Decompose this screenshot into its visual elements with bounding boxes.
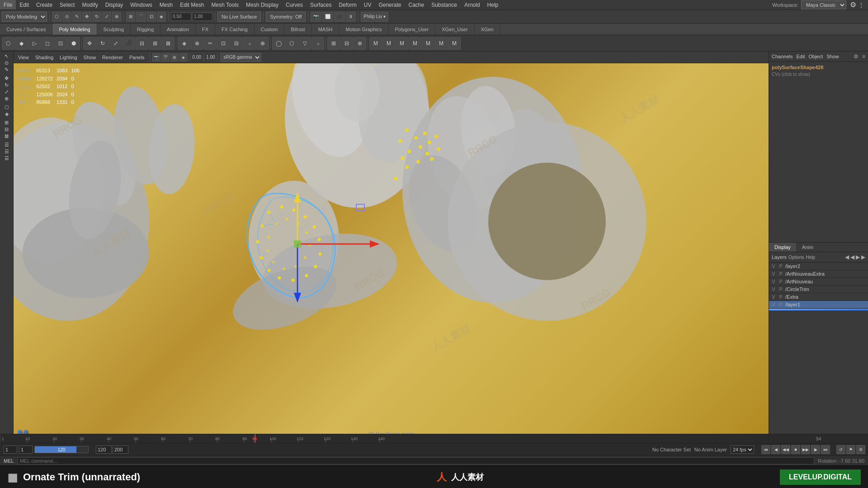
layer-item-0[interactable]: V P /layer2	[769, 263, 868, 270]
tb-icon1[interactable]: ⬡	[52, 12, 61, 22]
live-surface-btn[interactable]: No Live Surface	[217, 12, 261, 22]
menu-help[interactable]: Help	[484, 0, 502, 9]
icon-select-uv[interactable]: ⊡	[54, 37, 67, 50]
show-channels-btn[interactable]: Show	[826, 54, 839, 59]
no-anim-layer[interactable]: No Anim Layer	[694, 447, 727, 452]
play-fwd-btn[interactable]: ▶▶	[801, 445, 810, 454]
snap-input1[interactable]: 0.50	[171, 13, 191, 21]
tab-motion-graphics[interactable]: Motion Graphics	[339, 23, 388, 35]
icon-offset-loop[interactable]: ⊟	[230, 37, 243, 50]
layer-item-5[interactable]: V P /layer1	[769, 301, 868, 309]
panel-more-icon[interactable]: ≡	[862, 53, 865, 60]
menu-edit-mesh[interactable]: Edit Mesh	[176, 0, 208, 9]
levelup-btn[interactable]: LEVELUP.DIGITAL	[780, 469, 861, 485]
play-back-btn[interactable]: ◀◀	[781, 445, 790, 454]
symmetry-btn[interactable]: Symmetry: Off	[266, 12, 306, 22]
icon-display5[interactable]: M	[422, 37, 434, 50]
frame-input[interactable]	[19, 446, 33, 454]
menu-uv[interactable]: UV	[360, 0, 375, 9]
icon-multi-cut[interactable]: ✂	[204, 37, 217, 50]
icon-select-multi[interactable]: ⬢	[67, 37, 80, 50]
menu-cache[interactable]: Cache	[405, 0, 428, 9]
anim-tab[interactable]: Anim	[797, 243, 819, 252]
menu-display[interactable]: Display	[102, 0, 127, 9]
icon-connect[interactable]: ⊕	[191, 37, 203, 50]
icon-display7[interactable]: M	[448, 37, 461, 50]
tab-curves-surfaces[interactable]: Curves / Surfaces	[0, 23, 52, 35]
pause-btn[interactable]: ⏸	[346, 12, 356, 22]
icon-smooth[interactable]: ◯	[272, 37, 285, 50]
icon-rotate[interactable]: ↻	[96, 37, 109, 50]
layer-prev-icon[interactable]: ◀	[845, 254, 849, 260]
loop-btn[interactable]: ↺	[836, 445, 845, 454]
icon-combine[interactable]: ⊞	[327, 37, 340, 50]
edit-btn[interactable]: Edit	[796, 54, 805, 59]
snap-curve-btn[interactable]: ⌒	[136, 12, 146, 22]
tb-icon4[interactable]: ✥	[82, 12, 91, 22]
viewport[interactable]: View Shading Lighting Show Renderer Pane…	[14, 52, 769, 434]
tab-custom[interactable]: Custom	[255, 23, 285, 35]
icon-display4[interactable]: M	[409, 37, 421, 50]
icon-mirror[interactable]: ⬦	[311, 37, 324, 50]
layer-end-icon[interactable]: ▶	[861, 254, 865, 260]
vp-icon-cam[interactable]: 📷	[152, 53, 160, 61]
icon-move[interactable]: ✥	[83, 37, 96, 50]
tb-icon6[interactable]: ⤢	[102, 12, 111, 22]
range-end-input[interactable]	[96, 446, 112, 454]
tool-custom4[interactable]: ☰	[5, 142, 9, 148]
tool-show-manip[interactable]: ◈	[5, 111, 9, 117]
menu-create[interactable]: Create	[33, 0, 56, 9]
layer-item-3[interactable]: V P /CircleTrim	[769, 286, 868, 293]
timeline-progress[interactable]: 120	[34, 446, 89, 453]
snap-view-btn[interactable]: ◈	[157, 12, 166, 22]
workspace-more-icon[interactable]: ⋮	[858, 1, 864, 9]
render-btn[interactable]: ⬜	[322, 12, 333, 22]
tab-polygons-user[interactable]: Polygons_User	[389, 23, 436, 35]
tool-soft[interactable]: ⬡	[5, 104, 9, 110]
layers-label[interactable]: Layers	[772, 254, 787, 260]
tool-scale[interactable]: ⤢	[5, 89, 9, 95]
stop-btn[interactable]: ■	[791, 445, 800, 454]
icon-select-obj[interactable]: ⬡	[2, 37, 14, 50]
icon-target-weld[interactable]: ⊕	[256, 37, 269, 50]
icon-select-edge[interactable]: ▷	[28, 37, 41, 50]
vp-view-btn[interactable]: View	[15, 54, 32, 61]
icon-display6[interactable]: M	[435, 37, 448, 50]
tab-sculpting[interactable]: Sculpting	[97, 23, 131, 35]
menu-modify[interactable]: Modify	[78, 0, 101, 9]
snap-point-btn[interactable]: ⊡	[147, 12, 156, 22]
range-start-input[interactable]	[4, 446, 17, 454]
menu-windows[interactable]: Windows	[127, 0, 156, 9]
layer-options-label[interactable]: Options	[788, 255, 804, 260]
icon-bevel[interactable]: ◈	[178, 37, 190, 50]
snap-grid-btn[interactable]: ⊞	[126, 12, 135, 22]
mode-dropdown[interactable]: Poly Modeling	[2, 12, 47, 22]
range-out-input[interactable]	[113, 446, 128, 454]
tab-xgen[interactable]: XGen	[475, 23, 500, 35]
anim-settings-btn[interactable]: ⚙	[856, 445, 865, 454]
menu-surfaces[interactable]: Surfaces	[307, 0, 335, 9]
layer-item-4[interactable]: V P /Extra	[769, 293, 868, 301]
workspace-dropdown[interactable]: Maya Classic	[801, 0, 846, 9]
layer-back-icon[interactable]: ◀	[850, 254, 854, 260]
tab-rigging[interactable]: Rigging	[131, 23, 160, 35]
vp-show-btn[interactable]: Show	[81, 54, 99, 61]
tab-mash[interactable]: MASH	[312, 23, 340, 35]
layer-next-icon[interactable]: ▶	[856, 254, 860, 260]
tool-rotate[interactable]: ↻	[5, 82, 9, 88]
icon-boolean[interactable]: ⊕	[354, 37, 366, 50]
icon-select-vert[interactable]: ◆	[15, 37, 28, 50]
icon-fill[interactable]: ⊠	[162, 37, 175, 50]
menu-mesh-tools[interactable]: Mesh Tools	[208, 0, 242, 9]
tb-icon2[interactable]: ⊙	[62, 12, 71, 22]
tool-universal[interactable]: ⊕	[5, 96, 9, 102]
tool-custom6[interactable]: ☰	[5, 155, 9, 161]
ipr-btn[interactable]: ⬛	[334, 12, 345, 22]
vp-renderer-btn[interactable]: Renderer	[99, 54, 126, 61]
channels-btn[interactable]: Channels	[772, 54, 793, 59]
vp-lighting-btn[interactable]: Lighting	[57, 54, 80, 61]
icon-display2[interactable]: M	[382, 37, 395, 50]
icon-bridge[interactable]: ⊟	[136, 37, 148, 50]
mel-input[interactable]	[18, 457, 815, 465]
menu-substance[interactable]: Substance	[428, 0, 461, 9]
